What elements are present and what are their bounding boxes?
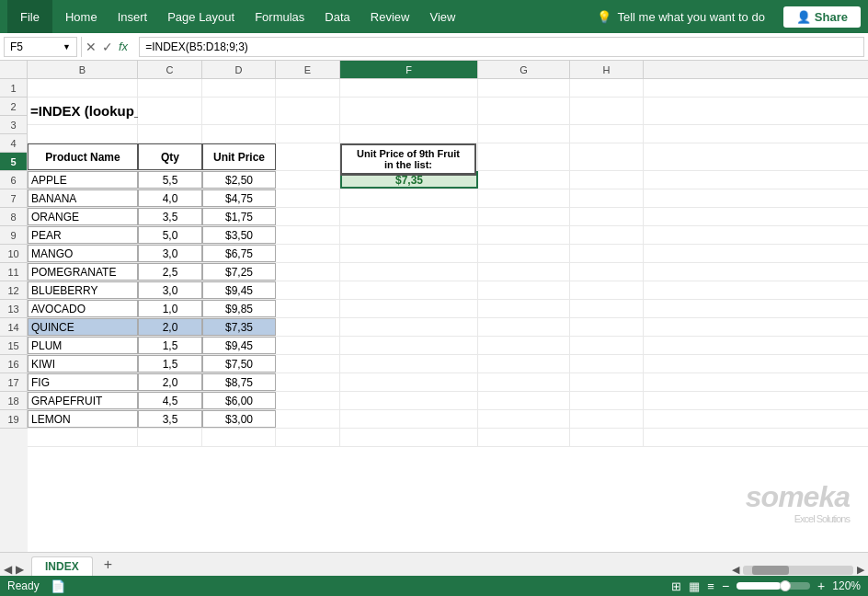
row-num-2[interactable]: 2	[0, 97, 28, 116]
cell-d11[interactable]: $9,45	[202, 281, 276, 299]
cell-d2[interactable]	[202, 97, 276, 124]
cell-c19[interactable]	[138, 429, 202, 446]
cell-h2[interactable]	[570, 97, 644, 124]
cell-h18[interactable]	[570, 410, 644, 428]
share-button[interactable]: 👤 Share	[783, 6, 861, 28]
cell-d15[interactable]: $7,50	[202, 355, 276, 372]
cell-h14[interactable]	[570, 337, 644, 354]
cell-e3[interactable]	[276, 125, 340, 143]
cancel-formula-icon[interactable]: ✕	[86, 40, 97, 54]
cell-f14[interactable]	[340, 337, 478, 354]
hscroll-left[interactable]: ◀	[732, 564, 739, 576]
cell-g5[interactable]	[478, 171, 570, 189]
cell-b13[interactable]: QUINCE	[28, 318, 138, 336]
cell-b16[interactable]: FIG	[28, 373, 138, 391]
cell-f7[interactable]	[340, 208, 478, 225]
cell-b19[interactable]	[28, 429, 138, 446]
cell-b17[interactable]: GRAPEFRUIT	[28, 392, 138, 409]
menu-formulas[interactable]: Formulas	[246, 6, 314, 28]
cell-c2[interactable]	[138, 97, 202, 124]
cell-b7[interactable]: ORANGE	[28, 208, 138, 225]
cell-c10[interactable]: 2,5	[138, 263, 202, 281]
page-view-icon[interactable]: 📄	[51, 579, 65, 593]
confirm-formula-icon[interactable]: ✓	[102, 40, 113, 54]
zoom-out-icon[interactable]: −	[722, 579, 729, 593]
cell-reference-box[interactable]: F5 ▼	[4, 37, 77, 57]
cell-g8[interactable]	[478, 226, 570, 244]
add-sheet-button[interactable]: +	[97, 554, 120, 576]
cell-g2[interactable]	[478, 97, 570, 124]
cell-c3[interactable]	[138, 125, 202, 143]
cell-g17[interactable]	[478, 392, 570, 409]
cell-e17[interactable]	[276, 392, 340, 409]
cell-h13[interactable]	[570, 318, 644, 336]
cell-e1[interactable]	[276, 79, 340, 97]
cell-h9[interactable]	[570, 245, 644, 262]
menu-home[interactable]: Home	[56, 6, 107, 28]
cell-f1[interactable]	[340, 79, 478, 97]
cell-h6[interactable]	[570, 189, 644, 207]
menu-page-layout[interactable]: Page Layout	[158, 6, 244, 28]
cell-g3[interactable]	[478, 125, 570, 143]
cell-f8[interactable]	[340, 226, 478, 244]
cell-h8[interactable]	[570, 226, 644, 244]
cell-c4[interactable]: Qty	[138, 143, 202, 170]
cell-f4[interactable]: Unit Price of 9th Fruit in the list:	[340, 143, 478, 170]
cell-c18[interactable]: 3,5	[138, 410, 202, 428]
row-num-11[interactable]: 11	[0, 263, 28, 281]
col-header-e[interactable]: E	[276, 61, 340, 78]
normal-view-icon[interactable]: ⊞	[671, 579, 681, 593]
cell-c14[interactable]: 1,5	[138, 337, 202, 354]
cell-e18[interactable]	[276, 410, 340, 428]
row-num-9[interactable]: 9	[0, 226, 28, 245]
cell-d7[interactable]: $1,75	[202, 208, 276, 225]
row-num-16[interactable]: 16	[0, 355, 28, 373]
row-num-4[interactable]: 4	[0, 134, 28, 153]
row-num-14[interactable]: 14	[0, 318, 28, 337]
cell-b12[interactable]: AVOCADO	[28, 300, 138, 317]
cell-f3[interactable]	[340, 125, 478, 143]
row-num-3[interactable]: 3	[0, 116, 28, 134]
horizontal-scrollbar[interactable]: ◀ ▶	[732, 564, 864, 576]
cell-b5[interactable]: APPLE	[28, 171, 138, 189]
row-num-13[interactable]: 13	[0, 300, 28, 318]
cell-e19[interactable]	[276, 429, 340, 446]
cell-e14[interactable]	[276, 337, 340, 354]
cell-b9[interactable]: MANGO	[28, 245, 138, 262]
cell-g18[interactable]	[478, 410, 570, 428]
cell-f15[interactable]	[340, 355, 478, 372]
cell-c16[interactable]: 2,0	[138, 373, 202, 391]
col-header-h[interactable]: H	[570, 61, 644, 78]
cell-e6[interactable]	[276, 189, 340, 207]
menu-insert[interactable]: Insert	[108, 6, 157, 28]
cell-c9[interactable]: 3,0	[138, 245, 202, 262]
cell-e2[interactable]	[276, 97, 340, 124]
hscroll-right[interactable]: ▶	[857, 564, 864, 576]
cell-d3[interactable]	[202, 125, 276, 143]
cell-d4[interactable]: Unit Price	[202, 143, 276, 170]
cell-h10[interactable]	[570, 263, 644, 281]
cell-h4[interactable]	[570, 143, 644, 170]
menu-view[interactable]: View	[420, 6, 464, 28]
cell-b1[interactable]	[28, 79, 138, 97]
row-num-8[interactable]: 8	[0, 208, 28, 226]
cell-d6[interactable]: $4,75	[202, 189, 276, 207]
cell-c17[interactable]: 4,5	[138, 392, 202, 409]
cell-e4[interactable]	[276, 143, 340, 170]
cell-d8[interactable]: $3,50	[202, 226, 276, 244]
cell-f6[interactable]	[340, 189, 478, 207]
col-header-f[interactable]: F	[340, 61, 478, 78]
cell-g4[interactable]	[478, 143, 570, 170]
cell-h17[interactable]	[570, 392, 644, 409]
file-menu[interactable]: File	[7, 0, 52, 33]
cell-b8[interactable]: PEAR	[28, 226, 138, 244]
cell-d9[interactable]: $6,75	[202, 245, 276, 262]
cell-e8[interactable]	[276, 226, 340, 244]
cell-h12[interactable]	[570, 300, 644, 317]
cell-d16[interactable]: $8,75	[202, 373, 276, 391]
cell-f18[interactable]	[340, 410, 478, 428]
row-num-15[interactable]: 15	[0, 337, 28, 355]
cell-f9[interactable]	[340, 245, 478, 262]
cell-g13[interactable]	[478, 318, 570, 336]
cell-b11[interactable]: BLUEBERRY	[28, 281, 138, 299]
